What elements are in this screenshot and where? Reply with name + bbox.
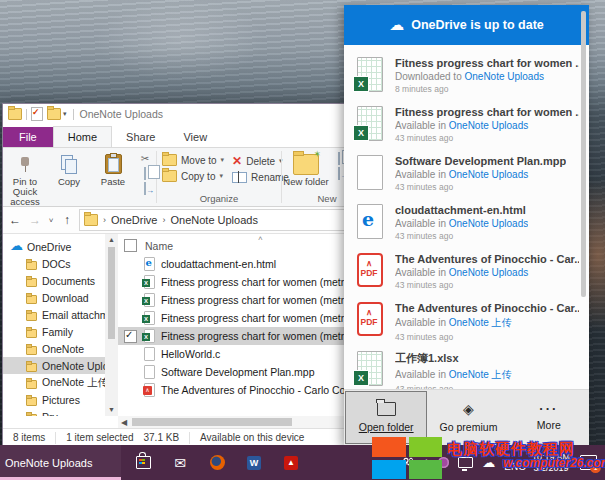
open-folder-button[interactable]: Open folder xyxy=(345,391,427,444)
scrollbar-thumb[interactable] xyxy=(132,418,292,426)
scroll-down-arrow-icon[interactable]: ▼ xyxy=(108,404,115,416)
premium-diamond-icon: ◈ xyxy=(463,402,474,416)
qat-new-folder-icon[interactable] xyxy=(47,108,61,120)
taskbar-mail-button[interactable]: ✉ xyxy=(172,455,188,471)
activity-folder-link[interactable]: OneNote 上传 xyxy=(449,369,512,380)
go-premium-button[interactable]: ◈ Go premium xyxy=(428,390,508,445)
nav-item-label: Documents xyxy=(42,275,95,287)
forward-button[interactable]: → xyxy=(27,213,43,227)
activity-item[interactable]: The Adventures of Pinocchio - Car... Ava… xyxy=(344,296,589,345)
action-center-button[interactable]: 1 xyxy=(580,455,597,470)
nav-tree-item[interactable]: OneDrive xyxy=(3,238,105,255)
easy-access-icon xyxy=(338,167,340,180)
paste-shortcut-button[interactable] xyxy=(138,182,152,195)
taskbar-word-button[interactable]: W xyxy=(246,455,262,471)
nav-item-label: Download xyxy=(42,292,89,304)
store-icon xyxy=(136,456,151,469)
nav-tree-item[interactable]: Family xyxy=(3,323,105,340)
activity-folder-link[interactable]: OneNote Uploads xyxy=(465,71,545,82)
nav-item-label: OneNote xyxy=(42,343,84,355)
tab-share[interactable]: Share xyxy=(112,127,169,147)
activity-time: 43 minutes ago xyxy=(395,384,512,389)
nav-item-label: OneNote Uploads xyxy=(42,360,105,372)
pin-to-quick-access-button[interactable]: Pin to Quick access xyxy=(3,151,47,207)
tray-people-button[interactable] xyxy=(401,457,414,469)
copy-to-button[interactable]: Copy to ▾ xyxy=(162,170,224,182)
breadcrumb-onedrive[interactable]: OneDrive xyxy=(111,214,157,226)
activity-folder-link[interactable]: OneNote Uploads xyxy=(449,169,529,180)
cut-button[interactable]: ✂ xyxy=(138,152,152,165)
move-to-button[interactable]: Move to ▾ xyxy=(162,154,224,166)
back-button[interactable]: ← xyxy=(7,213,23,227)
paste-button[interactable]: Paste xyxy=(91,151,135,187)
nav-tree-item[interactable]: Pictures xyxy=(3,391,105,408)
taskbar-store-button[interactable] xyxy=(135,455,151,471)
tray-vault-button[interactable] xyxy=(438,457,449,468)
recent-locations-caret-icon[interactable]: ˅ xyxy=(47,216,55,225)
tab-file[interactable]: File xyxy=(3,127,53,147)
breadcrumb-current[interactable]: OneNote Uploads xyxy=(170,214,257,226)
activity-time: 43 minutes ago xyxy=(395,133,579,143)
select-all-checkbox[interactable] xyxy=(124,239,137,252)
file-type-icon xyxy=(142,347,156,361)
tab-view[interactable]: View xyxy=(169,127,221,147)
activity-item[interactable]: 工作簿1.xlsx Available in OneNote 上传 43 min… xyxy=(344,345,589,389)
up-button[interactable]: ↑ xyxy=(59,213,75,227)
activity-file-icon xyxy=(356,57,384,92)
nav-item-icon xyxy=(25,410,38,416)
tray-show-hidden-icons-button[interactable]: ˄ xyxy=(423,457,429,468)
group-separator xyxy=(281,151,282,203)
scroll-left-arrow-icon[interactable]: ◀ xyxy=(118,418,130,427)
activity-file-icon xyxy=(356,204,384,239)
delete-icon: ✕ xyxy=(232,154,242,168)
nav-tree-item[interactable]: OneNote Uploads xyxy=(3,357,105,374)
clock[interactable]: 10:19 AM 3/2/2019 xyxy=(532,452,570,474)
nav-scrollbar[interactable]: ▲ ▼ xyxy=(105,234,118,416)
nav-tree-item[interactable]: OneNote 上传 xyxy=(3,374,105,391)
copy-path-button[interactable] xyxy=(138,167,152,180)
taskbar-button-explorer[interactable]: OneNote Uploads xyxy=(0,445,121,480)
tab-home[interactable]: Home xyxy=(53,126,112,147)
language-indicator[interactable]: ENG xyxy=(504,461,526,472)
acrobat-icon: ▲ xyxy=(284,456,298,470)
mail-icon: ✉ xyxy=(174,455,186,471)
activity-folder-link[interactable]: OneNote Uploads xyxy=(449,218,529,229)
onedrive-flyout: ☁ OneDrive is up to date Fitness progres… xyxy=(344,5,589,445)
activity-title: Fitness progress chart for women ... xyxy=(395,57,579,69)
taskbar-acrobat-button[interactable]: ▲ xyxy=(283,455,299,471)
scroll-up-arrow-icon[interactable]: ▲ xyxy=(108,234,115,246)
tray-network-button[interactable] xyxy=(458,457,473,468)
activity-folder-link[interactable]: OneNote 上传 xyxy=(449,317,512,328)
row-checkbox[interactable] xyxy=(124,330,137,343)
nav-tree-item[interactable]: OneNote xyxy=(3,340,105,357)
nav-tree-item[interactable]: Email attachments xyxy=(3,306,105,323)
nav-tree-item[interactable]: Prv xyxy=(3,408,105,416)
nav-tree-item[interactable]: DOCs xyxy=(3,255,105,272)
activity-item[interactable]: Fitness progress chart for women ... Dow… xyxy=(344,51,589,100)
activity-item[interactable]: Fitness progress chart for women ... Ava… xyxy=(344,100,589,149)
dropdown-caret-icon: ▾ xyxy=(221,156,225,164)
more-button[interactable]: ··· More xyxy=(509,390,589,445)
qat-customize-caret-icon[interactable]: ▾ xyxy=(63,110,67,118)
activity-folder-link[interactable]: OneNote Uploads xyxy=(449,267,529,278)
activity-item[interactable]: Software Development Plan.mpp Available … xyxy=(344,149,589,198)
taskbar-firefox-button[interactable] xyxy=(209,455,225,471)
panel-scrollbar-thumb[interactable] xyxy=(581,11,586,297)
copy-button[interactable]: Copy xyxy=(47,151,91,187)
scrollbar-thumb[interactable] xyxy=(108,247,115,339)
activity-item[interactable]: The Adventures of Pinocchio - Car... Ava… xyxy=(344,247,589,296)
vault-icon xyxy=(438,457,449,468)
location-folder-icon xyxy=(84,214,98,226)
tray-onedrive-button[interactable]: ☁ xyxy=(482,455,495,470)
nav-tree-item[interactable]: Documents xyxy=(3,272,105,289)
qat-properties-icon[interactable] xyxy=(31,107,43,121)
activity-folder-link[interactable]: OneNote Uploads xyxy=(449,120,529,131)
nav-tree-item[interactable]: Download xyxy=(3,289,105,306)
activity-file-icon xyxy=(356,155,384,190)
activity-subtitle: Available in OneNote 上传 xyxy=(395,368,512,382)
activity-time: 43 minutes ago xyxy=(395,280,579,290)
activity-title: Software Development Plan.mpp xyxy=(395,155,566,167)
new-folder-button[interactable]: New folder xyxy=(283,151,329,187)
activity-item[interactable]: cloudattachment-en.html Available in One… xyxy=(344,198,589,247)
dropdown-caret-icon: ▾ xyxy=(219,172,223,180)
